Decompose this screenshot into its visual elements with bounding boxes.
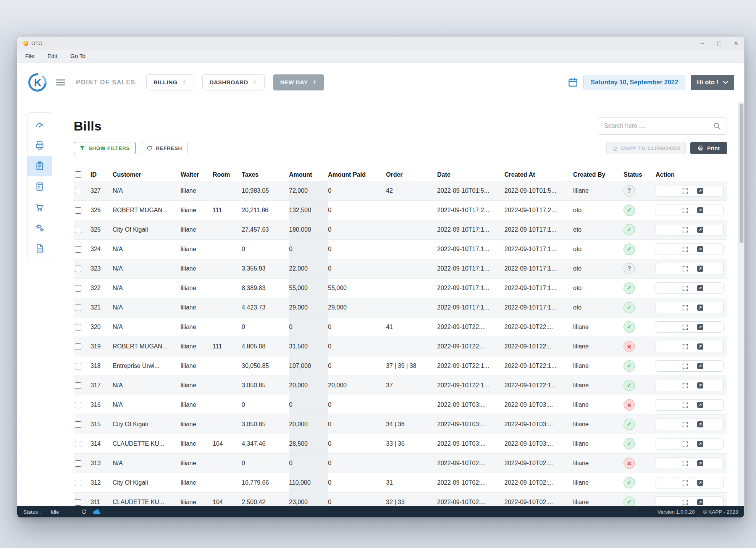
action-expand-button[interactable]: [677, 477, 693, 488]
action-export-button[interactable]: [693, 263, 707, 274]
action-more-button[interactable]: [707, 361, 723, 371]
action-export-button[interactable]: [693, 302, 707, 313]
action-more-button[interactable]: [707, 477, 723, 488]
action-expand-button[interactable]: [677, 283, 693, 293]
action-expand-button[interactable]: [677, 497, 693, 506]
action-expand-button[interactable]: [677, 341, 693, 352]
action-export-button[interactable]: [693, 438, 707, 449]
action-more-button[interactable]: [707, 283, 723, 293]
action-more-button[interactable]: [707, 185, 723, 196]
action-export-button[interactable]: [693, 322, 707, 332]
current-date-chip[interactable]: Saturday 10, September 2022: [583, 75, 685, 90]
refresh-button[interactable]: REFRESH: [141, 142, 188, 154]
action-blank-button[interactable]: [656, 380, 677, 391]
action-more-button[interactable]: [707, 302, 723, 313]
minimize-button[interactable]: –: [701, 40, 704, 47]
action-expand-button[interactable]: [677, 419, 693, 430]
action-export-button[interactable]: [693, 244, 707, 255]
row-checkbox[interactable]: [75, 207, 81, 214]
sidebar-item-bills[interactable]: [27, 156, 52, 176]
action-blank-button[interactable]: [656, 302, 677, 313]
row-checkbox[interactable]: [75, 441, 81, 447]
action-expand-button[interactable]: [677, 185, 693, 196]
action-export-button[interactable]: [693, 477, 707, 488]
sidebar-item-pos-terminal[interactable]: [27, 135, 52, 156]
action-more-button[interactable]: [707, 224, 723, 235]
sync-icon[interactable]: [81, 509, 87, 514]
column-header-status[interactable]: Status: [624, 171, 656, 178]
sidebar-item-dashboard[interactable]: [27, 114, 52, 135]
action-blank-button[interactable]: [656, 361, 677, 371]
action-blank-button[interactable]: [656, 224, 677, 235]
search-input[interactable]: [604, 122, 713, 129]
action-expand-button[interactable]: [677, 458, 693, 469]
column-header-created-at[interactable]: Created At: [504, 171, 573, 178]
action-export-button[interactable]: [693, 380, 707, 391]
close-button[interactable]: ×: [734, 40, 738, 47]
action-blank-button[interactable]: [656, 477, 677, 488]
billing-button[interactable]: BILLING +: [146, 74, 194, 90]
action-expand-button[interactable]: [677, 263, 693, 274]
action-export-button[interactable]: [693, 185, 707, 196]
row-checkbox[interactable]: [75, 499, 81, 506]
action-export-button[interactable]: [693, 341, 707, 352]
sidebar-item-orders[interactable]: [27, 197, 52, 218]
select-all-checkbox[interactable]: [75, 171, 81, 178]
action-export-button[interactable]: [693, 497, 707, 506]
action-export-button[interactable]: [693, 419, 707, 430]
action-expand-button[interactable]: [677, 438, 693, 449]
user-menu-button[interactable]: Hi oto !: [691, 75, 734, 90]
sidebar-item-reports[interactable]: [27, 238, 52, 259]
action-more-button[interactable]: [707, 400, 723, 410]
action-export-button[interactable]: [693, 224, 707, 235]
maximize-button[interactable]: □: [717, 40, 721, 47]
column-header-taxes[interactable]: Taxes: [242, 171, 289, 178]
action-more-button[interactable]: [707, 263, 723, 274]
row-checkbox[interactable]: [75, 246, 81, 253]
column-header-action[interactable]: Action: [656, 171, 727, 178]
column-header-order[interactable]: Order: [386, 171, 437, 178]
row-checkbox[interactable]: [75, 460, 81, 467]
row-checkbox[interactable]: [75, 402, 81, 408]
row-checkbox[interactable]: [75, 324, 81, 330]
row-checkbox[interactable]: [75, 305, 81, 311]
action-export-button[interactable]: [693, 400, 707, 410]
action-blank-button[interactable]: [656, 244, 677, 255]
action-blank-button[interactable]: [656, 419, 677, 430]
action-expand-button[interactable]: [677, 302, 693, 313]
action-blank-button[interactable]: [656, 497, 677, 506]
action-blank-button[interactable]: [656, 438, 677, 449]
column-header-date[interactable]: Date: [437, 171, 504, 178]
action-expand-button[interactable]: [677, 244, 693, 255]
action-blank-button[interactable]: [656, 458, 677, 469]
action-more-button[interactable]: [707, 419, 723, 430]
action-expand-button[interactable]: [677, 380, 693, 391]
action-expand-button[interactable]: [677, 205, 693, 216]
column-header-waiter[interactable]: Waiter: [181, 171, 213, 178]
column-header-created-by[interactable]: Created By: [573, 171, 624, 178]
row-checkbox[interactable]: [75, 285, 81, 292]
action-more-button[interactable]: [707, 497, 723, 506]
dashboard-button[interactable]: DASHBOARD +: [202, 74, 265, 90]
sidebar-item-invoices[interactable]: [27, 176, 52, 197]
row-checkbox[interactable]: [75, 382, 81, 389]
action-more-button[interactable]: [707, 322, 723, 332]
action-expand-button[interactable]: [677, 322, 693, 332]
copy-to-clipboard-button[interactable]: COPY TO CLIPBOARD: [606, 142, 686, 154]
row-checkbox[interactable]: [75, 188, 81, 194]
action-export-button[interactable]: [693, 205, 707, 216]
scrollbar-track[interactable]: [738, 102, 744, 506]
action-blank-button[interactable]: [656, 400, 677, 410]
show-filters-button[interactable]: SHOW FILTERS: [74, 142, 136, 154]
action-more-button[interactable]: [707, 458, 723, 469]
row-checkbox[interactable]: [75, 227, 81, 233]
search-box[interactable]: [598, 117, 727, 135]
action-expand-button[interactable]: [677, 224, 693, 235]
column-header-id[interactable]: ID: [90, 171, 113, 178]
print-button[interactable]: Print: [690, 142, 727, 154]
new-day-button[interactable]: NEW DAY +: [273, 74, 324, 90]
scrollbar-thumb[interactable]: [740, 104, 743, 243]
action-blank-button[interactable]: [656, 322, 677, 332]
action-expand-button[interactable]: [677, 361, 693, 371]
action-blank-button[interactable]: [656, 205, 677, 216]
